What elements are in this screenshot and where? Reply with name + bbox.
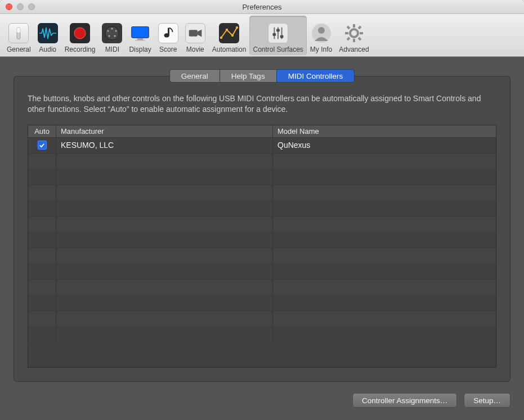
cell-empty [28, 311, 56, 326]
display-monitor-icon [130, 23, 150, 43]
zoom-window-button[interactable] [28, 3, 35, 10]
svg-point-8 [109, 35, 110, 37]
table-body: KESUMO, LLCQuNexus [28, 138, 496, 367]
score-note-icon [158, 23, 178, 43]
table-row-empty [28, 295, 496, 311]
svg-rect-12 [135, 40, 145, 41]
person-silhouette-icon [311, 23, 332, 43]
cell-empty [56, 169, 273, 184]
svg-point-7 [115, 30, 117, 31]
cell-empty [56, 232, 273, 247]
table-header-row: Auto Manufacturer Model Name [28, 125, 496, 138]
toolbar-tab-my-info[interactable]: My Info [307, 16, 335, 55]
subtab-help-tags[interactable]: Help Tags [220, 69, 277, 83]
controllers-table: Auto Manufacturer Model Name KESUMO, LLC… [28, 125, 496, 368]
toolbar-tab-audio[interactable]: Audio [34, 16, 61, 55]
svg-line-35 [347, 38, 350, 40]
cell-empty [56, 153, 273, 169]
toolbar-label: Display [129, 46, 151, 53]
cell-empty [273, 295, 496, 310]
toolbar-tab-midi[interactable]: MIDI [98, 16, 126, 55]
toolbar-label: Automation [212, 46, 247, 53]
table-row-empty [28, 232, 496, 248]
table-row-empty [28, 311, 496, 327]
cell-empty [56, 185, 273, 200]
audio-waveform-icon [38, 23, 58, 43]
cell-empty [28, 327, 56, 342]
toolbar-tab-advanced[interactable]: Advanced [335, 16, 372, 55]
cell-empty [273, 264, 496, 279]
svg-point-5 [111, 28, 113, 29]
svg-rect-1 [17, 28, 21, 33]
svg-marker-14 [198, 29, 202, 37]
subtab-general[interactable]: General [169, 69, 220, 83]
toolbar-tab-general[interactable]: General [3, 16, 34, 55]
minimize-window-button[interactable] [17, 3, 24, 10]
cell-empty [56, 264, 273, 279]
cell-empty [28, 232, 56, 247]
preferences-window: Preferences General Audio Recording MI [0, 0, 524, 420]
cell-empty [28, 264, 56, 279]
table-row-empty [28, 185, 496, 201]
cell-empty [56, 201, 273, 216]
cell-empty [273, 311, 496, 326]
cell-empty [56, 311, 273, 326]
preferences-toolbar: General Audio Recording MIDI Display [0, 14, 524, 57]
cell-empty [56, 295, 273, 310]
toolbar-label: Score [159, 46, 177, 53]
toolbar-label: Audio [39, 46, 56, 53]
svg-rect-10 [132, 26, 149, 38]
svg-rect-24 [280, 35, 284, 38]
toolbar-label: My Info [310, 46, 332, 53]
auto-checkbox[interactable] [38, 141, 47, 150]
setup-button[interactable]: Setup… [464, 393, 510, 408]
svg-point-17 [231, 34, 234, 37]
column-header-manufacturer[interactable]: Manufacturer [56, 125, 273, 137]
table-row-empty [28, 216, 496, 232]
svg-point-15 [220, 37, 222, 39]
toolbar-tab-display[interactable]: Display [126, 16, 154, 55]
cell-empty [28, 169, 56, 184]
svg-rect-22 [273, 33, 276, 36]
toolbar-label: General [7, 46, 31, 53]
cell-empty [28, 201, 56, 216]
cell-empty [28, 279, 56, 295]
svg-rect-13 [189, 30, 197, 36]
control-surfaces-subtabs: General Help Tags MIDI Controllers [14, 69, 510, 83]
toolbar-label: Control Surfaces [253, 46, 303, 53]
close-window-button[interactable] [6, 3, 12, 10]
cell-empty [56, 279, 273, 295]
midi-controllers-panel: The buttons, knobs and other controls on… [14, 76, 510, 382]
cell-empty [273, 327, 496, 342]
cell-empty [56, 327, 273, 342]
titlebar: Preferences [0, 0, 524, 14]
column-header-auto[interactable]: Auto [28, 125, 56, 137]
column-header-model[interactable]: Model Name [273, 125, 496, 137]
cell-empty [28, 185, 56, 200]
cell-empty [273, 201, 496, 216]
footer-buttons: Controller Assignments… Setup… [14, 393, 510, 408]
cell-auto [28, 138, 56, 153]
toolbar-tab-automation[interactable]: Automation [209, 16, 250, 55]
window-title: Preferences [0, 3, 524, 11]
toolbar-tab-movie[interactable]: Movie [182, 16, 209, 55]
movie-camera-icon [185, 23, 205, 43]
table-row-empty [28, 264, 496, 279]
toolbar-tab-control-surfaces[interactable]: Control Surfaces [249, 16, 306, 55]
table-row-empty [28, 169, 496, 185]
svg-rect-23 [276, 29, 280, 31]
table-row-empty [28, 327, 496, 342]
toolbar-label: Recording [65, 46, 96, 53]
toolbar-tab-score[interactable]: Score [155, 16, 182, 55]
cell-empty [273, 279, 496, 295]
control-surfaces-faders-icon [268, 23, 288, 43]
subtab-midi-controllers[interactable]: MIDI Controllers [277, 69, 355, 83]
cell-empty [273, 232, 496, 247]
table-row[interactable]: KESUMO, LLCQuNexus [28, 138, 496, 153]
toolbar-tab-recording[interactable]: Recording [61, 16, 99, 55]
cell-empty [273, 185, 496, 200]
cell-model: QuNexus [273, 138, 496, 153]
controller-assignments-button[interactable]: Controller Assignments… [352, 393, 457, 408]
cell-empty [28, 248, 56, 263]
svg-point-26 [318, 27, 325, 34]
